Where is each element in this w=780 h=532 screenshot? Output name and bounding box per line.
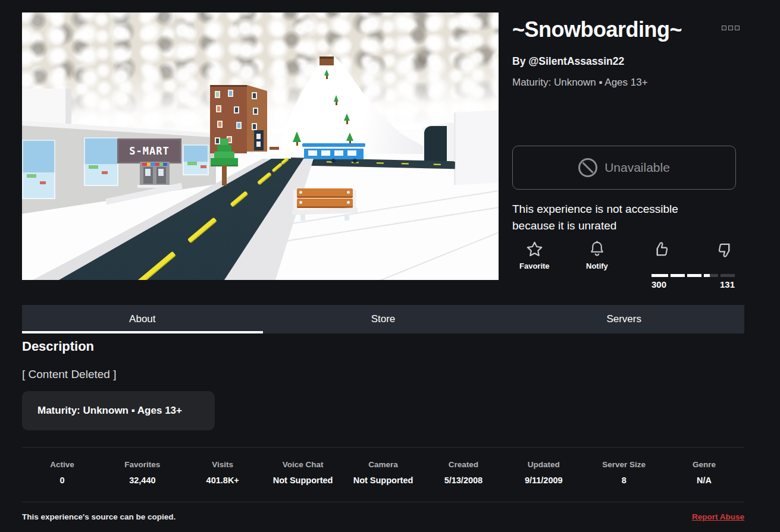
pine-tree	[293, 131, 301, 146]
maturity-badge-card: Maturity: Unknown ▪ Ages 13+	[22, 391, 215, 430]
mall-window	[84, 137, 118, 186]
trolley-window	[308, 150, 317, 156]
trolley-roof	[302, 143, 365, 147]
creator-byline: By @SilentAssassin22	[512, 55, 624, 68]
pine-tree	[346, 133, 353, 144]
notify-label: Notify	[586, 262, 608, 270]
tab-about[interactable]: About	[22, 305, 263, 333]
trolley-body	[304, 149, 364, 159]
street-tree	[210, 138, 239, 192]
star-icon	[525, 240, 544, 259]
bell-icon	[588, 240, 606, 259]
more-menu-icon[interactable]	[722, 26, 740, 30]
stat-active: Active 0	[22, 448, 102, 502]
road-dash	[377, 162, 384, 163]
pine-tree	[344, 114, 350, 124]
s-mart-sign-text: S-MART	[129, 145, 169, 157]
trolley-wheel	[353, 159, 357, 163]
stat-favorites: Favorites 32,440	[102, 448, 183, 502]
door-panel	[143, 167, 153, 184]
unavailable-label: Unavailable	[604, 160, 670, 175]
trolley-window	[334, 150, 343, 156]
favorite-label: Favorite	[519, 262, 550, 270]
mall-window	[22, 140, 55, 199]
tab-servers[interactable]: Servers	[503, 305, 744, 333]
bench-leg	[344, 214, 349, 221]
road-dash	[434, 163, 441, 165]
stat-server-size: Server Size 8	[584, 448, 664, 502]
report-abuse-link[interactable]: Report Abuse	[692, 512, 744, 521]
thumbs-up-icon[interactable]	[651, 241, 671, 259]
tree-trunk	[222, 165, 227, 185]
tab-bar: About Store Servers	[22, 305, 744, 333]
door-posters	[142, 163, 167, 166]
experience-detail-page: S-MART	[0, 0, 780, 532]
building-window	[216, 105, 221, 112]
s-mart-sign: S-MART	[117, 138, 181, 163]
right-snow-wall	[454, 110, 499, 185]
door-panel	[156, 167, 166, 184]
building-window	[228, 90, 233, 97]
tab-store[interactable]: Store	[263, 305, 504, 333]
like-ratio-bar	[651, 274, 735, 277]
building-window	[252, 92, 257, 99]
road-dash	[402, 163, 409, 164]
building-window	[234, 106, 239, 114]
source-copy-note: This experience's source can be copied.	[22, 512, 176, 521]
game-thumbnail: S-MART	[22, 12, 499, 280]
downvote-count: 131	[720, 279, 735, 289]
creator-link[interactable]: @SilentAssassin22	[528, 55, 624, 67]
active-tab-underline	[22, 331, 263, 333]
park-bench	[292, 186, 358, 221]
description-heading: Description	[22, 339, 94, 354]
shopfront-sign	[254, 130, 264, 150]
tunnel-opening	[424, 126, 447, 165]
stat-genre: Genre N/A	[664, 448, 744, 502]
stat-camera: Camera Not Supported	[343, 448, 424, 502]
thumbs-down-icon[interactable]	[716, 241, 735, 259]
stat-created: Created 5/13/2008	[423, 448, 503, 502]
unavailable-note: This experience is not accessible becaus…	[512, 201, 709, 234]
stat-visits: Visits 401.8K+	[183, 448, 263, 502]
small-brown-sign	[270, 147, 279, 150]
pine-tree	[324, 70, 329, 79]
by-prefix: By	[512, 55, 528, 67]
description-text: [ Content Deleted ]	[22, 368, 116, 381]
trolley-window	[347, 150, 356, 156]
building-window	[253, 108, 258, 115]
experience-info-panel: ~Snowboarding~ By @SilentAssassin22 Matu…	[512, 12, 744, 292]
building-window	[215, 91, 220, 98]
blocked-icon	[578, 158, 597, 177]
stats-table: Active 0 Favorites 32,440 Visits 401.8K+…	[22, 447, 744, 502]
trolley-wheel	[331, 159, 336, 163]
bench-post	[352, 190, 356, 210]
summit-lodge	[319, 56, 334, 65]
mall-door	[140, 162, 170, 185]
favorite-button[interactable]: Favorite	[519, 240, 550, 270]
upvote-count: 300	[651, 279, 666, 289]
maturity-rating-line: Maturity: Unknown ▪ Ages 13+	[512, 77, 648, 89]
bench-leg	[300, 214, 305, 221]
mall-window	[183, 144, 209, 175]
building-window	[236, 122, 242, 129]
bench-bolts	[299, 191, 302, 194]
stat-updated: Updated 9/11/2009	[503, 448, 584, 502]
maturity-badge-text: Maturity: Unknown ▪ Ages 13+	[37, 405, 182, 417]
unavailable-button[interactable]: Unavailable	[512, 146, 736, 190]
bench-slat	[297, 188, 353, 198]
bench-slat	[297, 199, 353, 208]
vote-widget: 300 131	[651, 240, 735, 292]
trolley-window	[321, 150, 330, 156]
notify-button[interactable]: Notify	[586, 240, 608, 270]
stat-voice-chat: Voice Chat Not Supported	[263, 448, 343, 502]
action-row: Favorite Notify	[512, 240, 736, 292]
footer-row: This experience's source can be copied. …	[22, 512, 744, 521]
pine-tree	[334, 95, 339, 105]
page-title: ~Snowboarding~	[512, 17, 682, 42]
building-window	[252, 123, 257, 130]
building-window	[217, 121, 223, 128]
